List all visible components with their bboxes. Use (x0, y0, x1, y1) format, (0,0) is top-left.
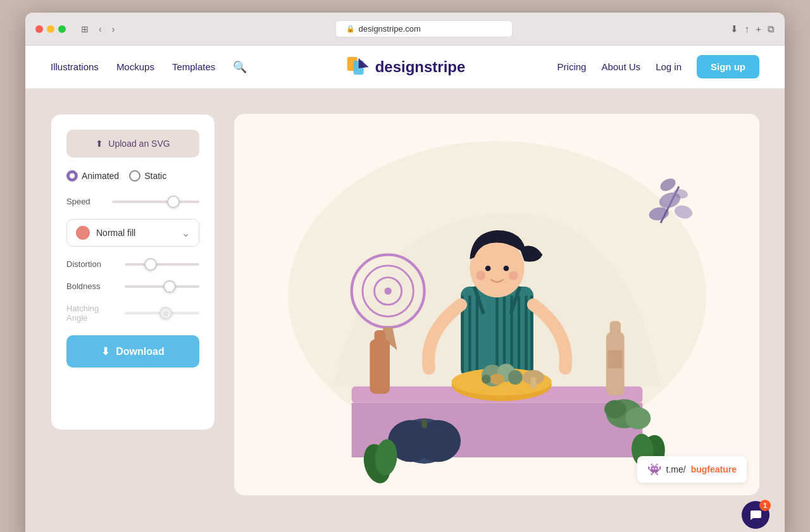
static-radio[interactable] (129, 170, 140, 182)
bug-icon: 👾 (647, 462, 661, 476)
boldness-label: Boldness (66, 281, 117, 291)
speed-slider-wrap (112, 201, 199, 203)
svg-point-29 (476, 271, 485, 280)
browser-window: ⊞ ‹ › 🔒 designstripe.com ⬇ ↑ + ⧉ Illustr… (25, 13, 785, 532)
svg-rect-46 (608, 350, 622, 368)
static-option[interactable]: Static (129, 170, 166, 182)
svg-point-37 (482, 374, 490, 383)
animated-radio-inner (70, 173, 75, 178)
browser-titlebar: ⊞ ‹ › 🔒 designstripe.com ⬇ ↑ + ⧉ (25, 13, 785, 46)
svg-rect-43 (374, 330, 385, 344)
address-bar-wrap: 🔒 designstripe.com (125, 20, 722, 37)
hatching-label: HatchingAngle (66, 304, 117, 323)
chevron-down-icon: ⌄ (182, 227, 190, 239)
signup-button[interactable]: Sign up (697, 55, 759, 78)
nav-link-illustrations[interactable]: Illustrations (51, 61, 99, 72)
badge-url: t.me/ (666, 464, 686, 474)
nav-logo: designstripe (345, 54, 466, 80)
color-dot (76, 226, 90, 240)
search-icon[interactable]: 🔍 (233, 60, 247, 74)
animated-label: Animated (82, 171, 119, 181)
fill-color-select[interactable]: Normal fill ⌄ (66, 219, 199, 247)
hatching-slider-wrap: ⊘ (125, 312, 199, 314)
share-icon[interactable]: ↑ (745, 23, 750, 34)
nav-left: Illustrations Mockups Templates 🔍 (51, 60, 247, 74)
minimize-button[interactable] (47, 25, 54, 33)
svg-point-36 (490, 374, 504, 385)
hatching-control: HatchingAngle ⊘ (66, 304, 199, 323)
logo-icon (345, 54, 370, 80)
speed-control: Speed (66, 197, 199, 206)
animated-radio[interactable] (66, 170, 78, 182)
lock-icon: 🔒 (346, 25, 355, 33)
animated-option[interactable]: Animated (66, 170, 119, 182)
sidebar-toggle[interactable]: ⊞ (78, 23, 91, 35)
tabs-icon[interactable]: ⧉ (768, 23, 775, 35)
svg-point-28 (503, 266, 509, 271)
static-label: Static (144, 171, 166, 181)
nav-link-mockups[interactable]: Mockups (116, 61, 154, 72)
chat-widget[interactable]: 1 (742, 501, 770, 529)
nav-link-about[interactable]: About Us (601, 61, 640, 72)
url-text: designstripe.com (359, 24, 421, 34)
svg-point-27 (485, 266, 490, 271)
left-panel: ⬆ Upload an SVG Animated Static (51, 114, 215, 430)
navigation: Illustrations Mockups Templates 🔍 design… (25, 46, 785, 89)
forward-button[interactable]: › (109, 23, 118, 35)
speed-label: Speed (66, 197, 104, 206)
svg-rect-45 (609, 321, 620, 336)
svg-rect-42 (370, 339, 390, 393)
maximize-button[interactable] (58, 25, 66, 33)
bug-feature-badge[interactable]: 👾 t.me/bugfeature (637, 456, 747, 483)
badge-bold: bugfeature (691, 464, 737, 474)
distortion-thumb[interactable] (144, 258, 157, 271)
svg-rect-56 (530, 378, 536, 388)
fill-label: Normal fill (96, 228, 175, 238)
svg-marker-2 (359, 58, 369, 68)
new-tab-icon[interactable]: + (756, 23, 761, 34)
hatching-thumb: ⊘ (159, 307, 172, 319)
svg-rect-41 (421, 419, 427, 428)
boldness-track (125, 285, 199, 288)
svg-point-49 (625, 407, 651, 429)
speed-track (112, 201, 199, 203)
svg-point-30 (509, 271, 518, 280)
distortion-control: Distortion (66, 259, 199, 269)
distortion-slider-wrap (125, 263, 199, 266)
svg-point-50 (604, 400, 626, 419)
main-content: ⬆ Upload an SVG Animated Static (25, 89, 785, 532)
svg-point-13 (384, 287, 391, 294)
download-icon: ⬇ (101, 345, 109, 357)
nav-right: Pricing About Us Log in Sign up (558, 55, 759, 78)
boldness-control: Boldness (66, 281, 199, 291)
traffic-lights (35, 25, 66, 33)
nav-link-pricing[interactable]: Pricing (558, 61, 587, 72)
page: Illustrations Mockups Templates 🔍 design… (25, 46, 785, 532)
distortion-track (125, 263, 199, 266)
address-bar[interactable]: 🔒 designstripe.com (335, 20, 513, 37)
upload-label: Upload an SVG (108, 139, 170, 149)
download-button[interactable]: ⬇ Download (66, 335, 199, 368)
boldness-slider-wrap (125, 285, 199, 288)
animation-toggle-group: Animated Static (66, 170, 199, 182)
speed-thumb[interactable] (167, 195, 180, 208)
chat-badge: 1 (759, 500, 771, 511)
browser-toolbar-icons: ⬇ ↑ + ⧉ (730, 23, 775, 35)
svg-point-35 (508, 370, 522, 385)
upload-icon: ⬆ (96, 139, 103, 149)
download-icon[interactable]: ⬇ (730, 23, 738, 35)
download-label: Download (116, 346, 164, 357)
login-button[interactable]: Log in (656, 61, 682, 72)
illustration-panel: 👾 t.me/bugfeature (234, 114, 759, 495)
nav-link-templates[interactable]: Templates (172, 61, 215, 72)
back-button[interactable]: ‹ (96, 23, 104, 35)
distortion-label: Distortion (66, 259, 117, 269)
close-button[interactable] (35, 25, 43, 33)
illustration-svg (261, 114, 733, 495)
browser-controls: ⊞ ‹ › (78, 23, 117, 35)
upload-svg-button[interactable]: ⬆ Upload an SVG (66, 130, 199, 158)
logo-text: designstripe (375, 58, 466, 76)
chat-icon (749, 508, 763, 522)
boldness-thumb[interactable] (163, 280, 176, 293)
